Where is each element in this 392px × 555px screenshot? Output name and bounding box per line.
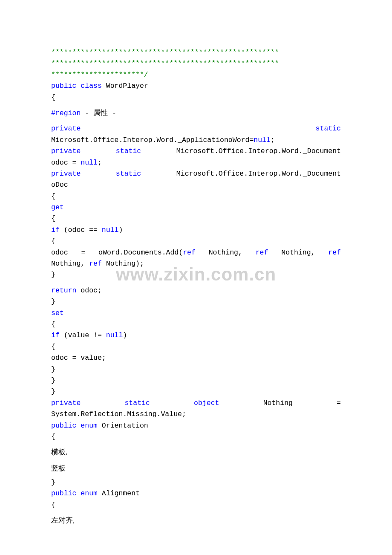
keyword-set: set xyxy=(51,309,64,317)
code-line: return odoc; xyxy=(51,285,341,296)
keyword-enum: enum xyxy=(81,489,98,497)
code-line: if (odoc == null) xyxy=(51,225,341,236)
code-line: } xyxy=(51,296,341,307)
comment-text: **********************/ xyxy=(51,71,148,79)
expr: System.Reflection.Missing.Value; xyxy=(51,410,186,418)
code-line: **********************/ xyxy=(51,69,341,81)
expr: Nothing, xyxy=(51,260,89,268)
identifier: Nothing xyxy=(263,399,293,407)
code-line: { xyxy=(51,431,341,442)
expr: Nothing); xyxy=(102,260,144,268)
code-line: } xyxy=(51,269,341,280)
code-line: private static xyxy=(51,123,341,134)
brace: { xyxy=(51,343,55,351)
keyword-public: public xyxy=(51,422,76,430)
code-line: { xyxy=(51,191,341,202)
code-line: } xyxy=(51,364,341,375)
identifier: Microsoft.Office.Interop.Word._Applicati… xyxy=(51,136,254,144)
keyword-region: #region xyxy=(51,109,81,117)
code-line: { xyxy=(51,236,341,247)
comment-text: ****************************************… xyxy=(51,59,279,67)
code-line: private static object Nothing = xyxy=(51,398,341,409)
brace: { xyxy=(51,192,55,200)
identifier: Microsoft.Office.Interop.Word._Document xyxy=(141,170,341,178)
keyword-private: private xyxy=(51,147,81,155)
code-line: { xyxy=(51,341,341,353)
punct: = xyxy=(337,399,341,407)
code-line: System.Reflection.Missing.Value; xyxy=(51,409,341,420)
keyword-ref: ref xyxy=(183,249,196,257)
text: - xyxy=(81,109,93,117)
keyword-private: private xyxy=(51,399,81,407)
keyword-static: static xyxy=(124,399,150,407)
comment-text: ****************************************… xyxy=(51,48,279,56)
code-line: 横板, xyxy=(51,447,341,458)
keyword-get: get xyxy=(51,203,64,211)
code-line: #region - 属性 - xyxy=(51,107,341,119)
code-line: private static Microsoft.Office.Interop.… xyxy=(51,168,341,179)
code-line: } xyxy=(51,375,341,386)
code-line: Nothing, ref Nothing); xyxy=(51,258,341,269)
expr: odoc; xyxy=(76,286,101,295)
identifier: odoc = xyxy=(51,159,81,167)
code-line: 左对齐, xyxy=(51,515,341,526)
keyword-static: static xyxy=(116,147,141,155)
keyword-null: null xyxy=(81,159,98,167)
expr: Nothing, xyxy=(196,249,256,257)
code-line: public enum Orientation xyxy=(51,420,341,431)
code-line: public class WordPlayer xyxy=(51,81,341,92)
brace: } xyxy=(51,478,55,486)
brace: } xyxy=(51,271,55,279)
space xyxy=(76,422,81,430)
stmt: odoc = value; xyxy=(51,354,106,362)
code-line: odoc = oWord.Documents.Add(ref Nothing, … xyxy=(51,247,341,258)
code-line: odoc = null; xyxy=(51,157,341,168)
space xyxy=(76,82,81,90)
brace: { xyxy=(51,237,55,245)
keyword-ref: ref xyxy=(328,249,341,257)
identifier: Alignment xyxy=(98,489,140,497)
brace: { xyxy=(51,320,55,328)
cn-enum-value: 竖板 xyxy=(51,464,66,472)
code-line: oDoc xyxy=(51,179,341,191)
code-line: Microsoft.Office.Interop.Word._Applicati… xyxy=(51,135,341,146)
space xyxy=(81,170,116,178)
code-line: public enum Alignment xyxy=(51,488,341,499)
brace: } xyxy=(51,298,55,306)
code-line: set xyxy=(51,308,341,319)
cn-enum-value: 左对齐, xyxy=(51,516,75,524)
expr: odoc = oWord.Documents.Add( xyxy=(51,249,183,257)
code-line: ****************************************… xyxy=(51,47,341,58)
keyword-ref: ref xyxy=(256,249,268,257)
code-line: } xyxy=(51,477,341,488)
brace: { xyxy=(51,501,55,509)
keyword-public: public xyxy=(51,489,76,497)
keyword-return: return xyxy=(51,286,76,295)
keyword-object: object xyxy=(194,399,219,407)
keyword-null: null xyxy=(254,136,271,144)
keyword-private: private xyxy=(51,124,81,133)
code-line: { xyxy=(51,213,341,224)
identifier: Microsoft.Office.Interop.Word._Document xyxy=(141,147,341,155)
cn-text: 属性 xyxy=(93,109,108,117)
cn-enum-value: 横板, xyxy=(51,448,67,456)
punct: ; xyxy=(98,159,102,167)
keyword-class: class xyxy=(81,82,102,90)
code-line: } xyxy=(51,386,341,397)
expr: Nothing, xyxy=(268,249,328,257)
brace: } xyxy=(51,376,55,384)
identifier: oDoc xyxy=(51,181,68,189)
expr: (odoc == xyxy=(60,226,102,234)
code-line: get xyxy=(51,202,341,213)
keyword-if: if xyxy=(51,331,60,339)
brace: { xyxy=(51,214,55,223)
code-line: { xyxy=(51,319,341,330)
code-line: private static Microsoft.Office.Interop.… xyxy=(51,146,341,157)
space xyxy=(76,489,81,497)
document-page: www.zixin.com.cn ***********************… xyxy=(0,0,392,555)
brace: } xyxy=(51,387,55,396)
code-line: if (value != null) xyxy=(51,330,341,341)
code-line: ****************************************… xyxy=(51,58,341,69)
code-line: 竖板 xyxy=(51,463,341,474)
identifier: WordPlayer xyxy=(102,82,148,90)
